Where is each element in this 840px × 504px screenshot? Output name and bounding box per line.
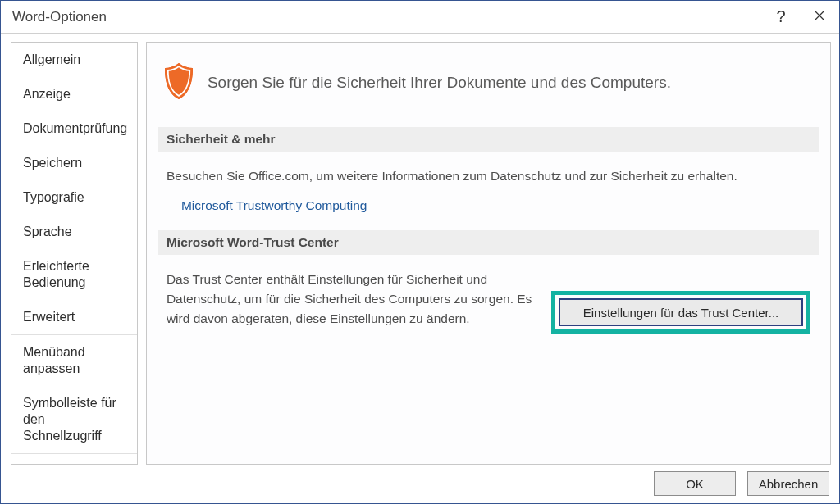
section-body-security-more: Besuchen Sie Office.com, um weitere Info… — [158, 158, 819, 224]
sidebar-item-erweitert[interactable]: Erweitert — [11, 300, 137, 334]
sidebar-item-label: Erleichterte Bedienung — [23, 259, 89, 289]
sidebar-item-label: Sprache — [23, 225, 72, 238]
sidebar-item-label: Allgemein — [23, 52, 80, 66]
close-button[interactable] — [800, 1, 839, 34]
dialog-body: Allgemein Anzeige Dokumentprüfung Speich… — [1, 34, 839, 465]
sidebar-item-allgemein[interactable]: Allgemein — [11, 43, 137, 77]
content-pane: Sorgen Sie für die Sicherheit Ihrer Doku… — [146, 42, 831, 465]
help-button[interactable]: ? — [762, 1, 800, 34]
dialog-window: Word-Optionen ? Allgemein Anzeige Dokume… — [0, 0, 840, 504]
security-more-text: Besuchen Sie Office.com, um weitere Info… — [167, 166, 810, 186]
section-body-trust-center: Das Trust Center enthält Einstellungen f… — [158, 261, 819, 338]
window-title: Word-Optionen — [12, 9, 107, 25]
sidebar-item-menueband-anpassen[interactable]: Menüband anpassen — [11, 335, 137, 386]
trust-center-button-highlight: Einstellungen für das Trust Center... — [551, 291, 810, 334]
section-header-security-more: Sicherheit & mehr — [158, 127, 819, 152]
sidebar-item-label: Anzeige — [23, 87, 71, 101]
titlebar: Word-Optionen ? — [1, 1, 839, 34]
category-sidebar: Allgemein Anzeige Dokumentprüfung Speich… — [11, 42, 138, 465]
sidebar-item-label: Menüband anpassen — [23, 345, 85, 375]
sidebar-item-dokumentpruefung[interactable]: Dokumentprüfung — [11, 111, 137, 146]
help-icon: ? — [776, 7, 785, 26]
hero-row: Sorgen Sie für die Sicherheit Ihrer Doku… — [158, 54, 819, 120]
trustworthy-computing-link[interactable]: Microsoft Trustworthy Computing — [181, 196, 368, 216]
sidebar-item-speichern[interactable]: Speichern — [11, 146, 137, 180]
sidebar-item-add-ins[interactable]: Add-Ins — [11, 454, 137, 465]
sidebar-item-label: Speichern — [23, 156, 82, 170]
trust-center-description: Das Trust Center enthält Einstellungen f… — [167, 270, 536, 329]
shield-icon — [162, 61, 196, 104]
dialog-footer: OK Abbrechen — [1, 465, 839, 503]
sidebar-item-label: Typografie — [23, 190, 84, 204]
sidebar-item-typografie[interactable]: Typografie — [11, 180, 137, 215]
hero-text: Sorgen Sie für die Sicherheit Ihrer Doku… — [208, 74, 671, 92]
close-icon — [814, 8, 825, 25]
sidebar-item-label: Erweitert — [23, 310, 75, 324]
trust-center-settings-button[interactable]: Einstellungen für das Trust Center... — [559, 298, 803, 326]
section-header-trust-center: Microsoft Word-Trust Center — [158, 230, 819, 255]
sidebar-item-label: Symbolleiste für den Schnellzugriff — [23, 396, 116, 443]
cancel-button[interactable]: Abbrechen — [747, 471, 829, 496]
sidebar-item-sprache[interactable]: Sprache — [11, 215, 137, 249]
sidebar-item-anzeige[interactable]: Anzeige — [11, 77, 137, 111]
sidebar-item-schnellzugriff[interactable]: Symbolleiste für den Schnellzugriff — [11, 386, 137, 453]
sidebar-item-label: Dokumentprüfung — [23, 121, 127, 135]
ok-button[interactable]: OK — [654, 471, 736, 496]
sidebar-item-erleichterte-bedienung[interactable]: Erleichterte Bedienung — [11, 249, 137, 300]
